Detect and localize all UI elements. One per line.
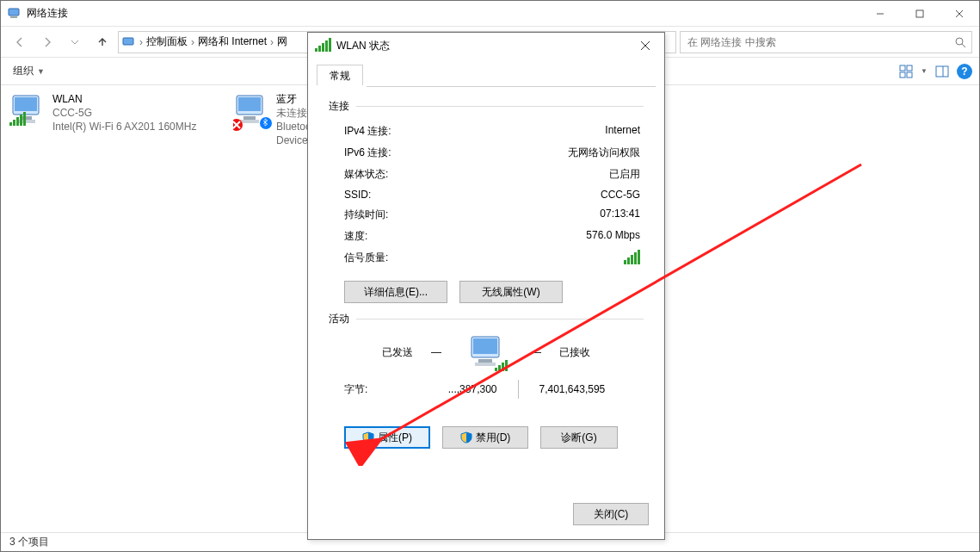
chevron-right-icon[interactable]: › [139, 36, 143, 48]
minimize-button[interactable] [860, 1, 900, 27]
breadcrumb-leaf[interactable]: 网 [277, 34, 287, 49]
breadcrumb-network-internet[interactable]: 网络和 Internet [198, 34, 267, 49]
speed-value: 576.0 Mbps [586, 229, 640, 244]
chevron-down-icon[interactable]: ▼ [921, 67, 928, 75]
forward-button[interactable] [35, 30, 59, 54]
dialog-close-ok-button[interactable]: 关闭(C) [573, 503, 649, 525]
svg-rect-21 [243, 116, 256, 120]
signal-quality-label: 信号质量: [344, 251, 388, 267]
organize-button[interactable]: 组织 ▼ [8, 61, 50, 81]
ssid-label: SSID: [344, 189, 371, 201]
network-adapter-icon [233, 92, 271, 128]
ipv4-value: Internet [605, 124, 640, 139]
diagnose-button[interactable]: 诊断(G) [540, 426, 618, 449]
connection-group: 连接 IPv4 连接:Internet IPv6 连接:无网络访问权限 媒体状态… [329, 99, 644, 307]
signal-quality-icon [624, 251, 640, 267]
svg-rect-16 [15, 97, 37, 111]
dialog-title-bar: WLAN 状态 [308, 33, 664, 59]
svg-rect-13 [936, 66, 948, 77]
svg-point-7 [956, 38, 963, 45]
preview-pane-button[interactable] [933, 62, 952, 81]
svg-rect-28 [473, 338, 497, 354]
up-button[interactable] [90, 30, 114, 54]
svg-rect-3 [916, 10, 923, 17]
title-bar: 网络连接 [1, 1, 979, 27]
recent-locations-button[interactable] [63, 30, 87, 54]
search-input[interactable] [686, 35, 954, 49]
ssid-value: CCC-5G [601, 189, 640, 201]
properties-button[interactable]: 属性(P) [344, 426, 430, 449]
explorer-window: 网络连接 › 控制面板 › 网络和 Internet › 网 组织 ▼ [0, 0, 980, 552]
breadcrumb-root[interactable]: 控制面板 [146, 34, 188, 49]
svg-rect-0 [9, 9, 19, 16]
close-button[interactable] [940, 1, 979, 27]
svg-point-23 [233, 119, 243, 131]
dialog-tabs: 常规 [308, 59, 664, 86]
bluetooth-overlay-icon [259, 116, 273, 130]
adapter-device: Bluetooth Device [276, 120, 311, 147]
dialog-body: 连接 IPv4 连接:Internet IPv6 连接:无网络访问权限 媒体状态… [308, 87, 664, 493]
ipv6-value: 无网络访问权限 [568, 146, 640, 160]
help-button[interactable]: ? [957, 64, 972, 79]
maximize-button[interactable] [900, 1, 940, 27]
adapter-device: Intel(R) Wi-Fi 6 AX201 160MHz [52, 120, 196, 133]
app-icon [8, 7, 22, 21]
chevron-down-icon: ▼ [37, 67, 45, 76]
disable-button[interactable]: 禁用(D) [442, 426, 528, 449]
activity-icon [459, 333, 514, 371]
adapter-name: 蓝牙 [276, 92, 311, 106]
adapter-ssid: CCC-5G [52, 106, 196, 120]
speed-label: 速度: [344, 229, 367, 244]
network-adapter-icon [9, 92, 47, 128]
media-state-label: 媒体状态: [344, 167, 388, 182]
dialog-close-button[interactable] [633, 34, 657, 58]
chevron-right-icon[interactable]: › [270, 36, 274, 48]
svg-rect-30 [475, 363, 496, 366]
details-button[interactable]: 详细信息(E)... [344, 281, 447, 303]
svg-rect-11 [900, 72, 905, 78]
dialog-footer: 关闭(C) [308, 493, 664, 539]
organize-label: 组织 [13, 64, 34, 78]
item-count: 3 个项目 [9, 535, 49, 549]
adapter-name: WLAN [52, 92, 196, 106]
shield-icon [362, 431, 374, 443]
bytes-sent-value: ...,387,300 [396, 383, 508, 395]
adapter-text: 蓝牙 未连接 Bluetooth Device [276, 92, 311, 147]
error-overlay-icon [233, 118, 243, 132]
duration-value: 07:13:41 [600, 208, 640, 222]
svg-rect-10 [907, 65, 912, 71]
svg-line-8 [962, 44, 965, 47]
window-title: 网络连接 [27, 6, 68, 21]
wireless-properties-button[interactable]: 无线属性(W) [459, 281, 563, 303]
view-options-button[interactable] [897, 62, 915, 81]
search-icon[interactable] [954, 36, 966, 48]
svg-rect-20 [238, 97, 261, 111]
adapter-status: 未连接 [276, 106, 311, 120]
svg-rect-9 [900, 65, 905, 71]
adapter-text: WLAN CCC-5G Intel(R) Wi-Fi 6 AX201 160MH… [52, 92, 196, 133]
chevron-right-icon[interactable]: › [191, 36, 194, 48]
back-button[interactable] [8, 30, 32, 54]
ipv4-label: IPv4 连接: [344, 124, 391, 139]
search-box[interactable] [680, 31, 972, 53]
wlan-status-dialog: WLAN 状态 常规 连接 IPv4 连接:Internet IPv6 连接:无… [307, 32, 665, 540]
group-connection-label: 连接 [329, 99, 349, 114]
group-activity-label: 活动 [329, 312, 349, 326]
signal-bars-icon [9, 112, 26, 128]
svg-rect-1 [10, 16, 17, 18]
tab-general[interactable]: 常规 [317, 65, 363, 87]
svg-rect-29 [478, 359, 492, 363]
svg-rect-6 [123, 38, 133, 45]
duration-label: 持续时间: [344, 208, 388, 222]
bytes-label: 字节: [344, 382, 396, 397]
sent-label: 已发送 [329, 345, 413, 360]
folder-icon [122, 35, 136, 49]
media-state-value: 已启用 [609, 167, 640, 182]
received-label: 已接收 [559, 345, 644, 360]
dialog-title: WLAN 状态 [336, 39, 390, 53]
ipv6-label: IPv6 连接: [344, 146, 391, 160]
adapter-wlan[interactable]: WLAN CCC-5G Intel(R) Wi-Fi 6 AX201 160MH… [9, 92, 216, 133]
activity-group: 活动 已发送 — — 已接收 字节: ...,387,300 7,401,643… [329, 312, 644, 452]
adapter-bluetooth[interactable]: 蓝牙 未连接 Bluetooth Device [233, 92, 311, 147]
svg-rect-12 [907, 72, 912, 78]
